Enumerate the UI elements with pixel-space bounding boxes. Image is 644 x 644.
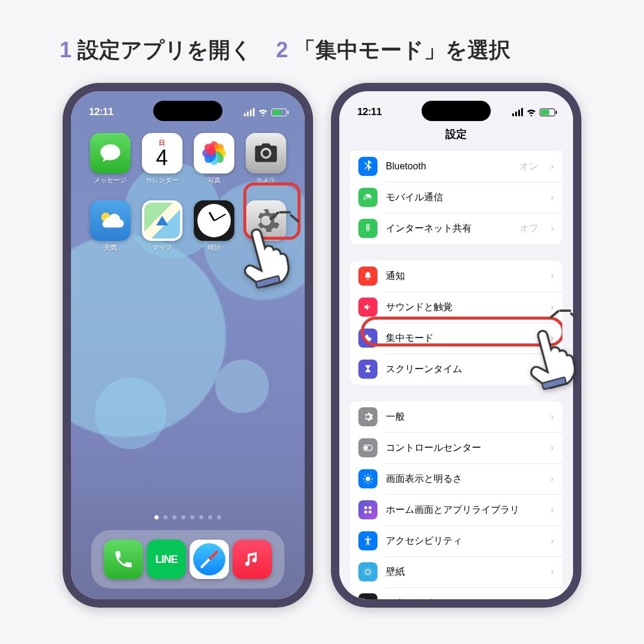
app-camera[interactable]: カメラ bbox=[242, 133, 289, 185]
wallpaper-icon bbox=[358, 562, 377, 581]
row-cellular[interactable]: モバイル通信 › bbox=[350, 182, 562, 213]
signal-icon bbox=[512, 108, 523, 116]
dock: LINE bbox=[91, 530, 284, 589]
camera-icon bbox=[246, 133, 286, 174]
svg-point-3 bbox=[366, 476, 370, 481]
app-phone[interactable] bbox=[104, 540, 143, 579]
bluetooth-icon bbox=[358, 157, 377, 176]
notifications-icon bbox=[358, 267, 377, 286]
chevron-icon: › bbox=[550, 473, 554, 485]
row-label: 一般 bbox=[386, 411, 538, 423]
chevron-icon: › bbox=[550, 597, 554, 599]
row-notifications[interactable]: 通知 › bbox=[350, 261, 562, 292]
page-indicator[interactable] bbox=[83, 509, 293, 525]
app-line[interactable]: LINE bbox=[147, 540, 186, 579]
chevron-icon: › bbox=[550, 160, 554, 172]
row-bluetooth[interactable]: Bluetooth オン › bbox=[350, 151, 562, 182]
app-music[interactable] bbox=[233, 540, 272, 579]
display-icon bbox=[358, 469, 377, 488]
accessibility-icon bbox=[358, 531, 377, 550]
app-label: 天気 bbox=[104, 243, 117, 252]
row-value: オフ bbox=[519, 222, 538, 235]
row-label: Bluetooth bbox=[386, 161, 511, 172]
battery-icon bbox=[271, 109, 287, 116]
svg-rect-6 bbox=[364, 510, 367, 513]
row-hotspot[interactable]: インターネット共有 オフ › bbox=[350, 213, 562, 244]
app-label: カレンダー bbox=[145, 176, 178, 185]
row-standby[interactable]: 12 スタンバイ › bbox=[350, 587, 562, 599]
step-number: 2 bbox=[276, 38, 288, 63]
app-photos[interactable]: 写真 bbox=[190, 133, 237, 185]
chevron-icon: › bbox=[550, 270, 554, 282]
step-1-heading: 1 設定アプリを開く bbox=[60, 36, 252, 65]
app-label: 時計 bbox=[208, 243, 221, 252]
row-value: オン bbox=[519, 160, 538, 173]
app-label: マップ bbox=[152, 243, 172, 252]
signal-icon bbox=[244, 108, 255, 116]
messages-icon bbox=[90, 133, 131, 174]
chevron-icon: › bbox=[550, 411, 554, 423]
chevron-icon: › bbox=[550, 504, 554, 516]
app-label: メッセージ bbox=[94, 176, 126, 185]
maps-icon bbox=[142, 200, 182, 241]
row-label: モバイル通信 bbox=[386, 191, 538, 204]
app-messages[interactable]: メッセージ bbox=[86, 133, 134, 185]
battery-icon bbox=[540, 109, 555, 116]
svg-rect-5 bbox=[369, 506, 371, 509]
chevron-icon: › bbox=[550, 301, 554, 313]
row-label: スタンバイ bbox=[386, 597, 538, 600]
row-accessibility[interactable]: アクセシビリティ › bbox=[350, 525, 562, 556]
dynamic-island bbox=[422, 101, 491, 121]
row-homescreen[interactable]: ホーム画面とアプリライブラリ › bbox=[350, 494, 562, 525]
wifi-icon bbox=[258, 109, 268, 116]
row-label: 壁紙 bbox=[386, 566, 538, 578]
row-label: ホーム画面とアプリライブラリ bbox=[386, 504, 538, 516]
app-safari[interactable] bbox=[190, 540, 229, 579]
app-maps[interactable]: マップ bbox=[138, 200, 185, 252]
chevron-icon: › bbox=[550, 566, 554, 578]
weather-icon bbox=[90, 200, 131, 241]
status-time: 12:11 bbox=[89, 106, 113, 118]
row-display[interactable]: 画面表示と明るさ › bbox=[350, 463, 562, 494]
cellular-icon bbox=[358, 188, 377, 207]
calendar-icon: 日 4 bbox=[142, 133, 182, 174]
screentime-icon bbox=[358, 360, 377, 379]
svg-rect-4 bbox=[364, 506, 367, 509]
dynamic-island bbox=[153, 101, 222, 121]
phone-home: 12:11 メッセージ 日 4 bbox=[63, 83, 313, 608]
row-control-center[interactable]: コントロールセンター › bbox=[350, 432, 562, 463]
svg-rect-7 bbox=[369, 510, 371, 513]
row-label: インターネット共有 bbox=[386, 222, 511, 235]
app-label: 写真 bbox=[208, 176, 221, 185]
row-label: アクセシビリティ bbox=[386, 535, 538, 547]
app-calendar[interactable]: 日 4 カレンダー bbox=[138, 133, 185, 185]
chevron-icon: › bbox=[550, 442, 554, 454]
sounds-icon bbox=[358, 298, 377, 317]
row-label: サウンドと触覚 bbox=[386, 301, 538, 314]
chevron-icon: › bbox=[550, 535, 554, 547]
row-label: スクリーンタイム bbox=[386, 363, 538, 376]
standby-icon: 12 bbox=[358, 593, 377, 599]
svg-point-2 bbox=[364, 446, 368, 450]
step-text: 「集中モード」を選択 bbox=[294, 36, 510, 65]
svg-point-8 bbox=[367, 537, 369, 538]
control-center-icon bbox=[358, 438, 377, 457]
row-label: コントロールセンター bbox=[386, 442, 538, 454]
status-time: 12:11 bbox=[357, 106, 382, 118]
row-label: 画面表示と明るさ bbox=[386, 473, 538, 485]
step-2-heading: 2 「集中モード」を選択 bbox=[276, 36, 510, 65]
settings-title: 設定 bbox=[339, 127, 573, 141]
chevron-icon: › bbox=[550, 222, 554, 234]
app-weather[interactable]: 天気 bbox=[86, 200, 134, 252]
step-headings: 1 設定アプリを開く 2 「集中モード」を選択 bbox=[0, 0, 644, 83]
step-number: 1 bbox=[60, 38, 72, 63]
svg-point-9 bbox=[366, 569, 370, 574]
step-text: 設定アプリを開く bbox=[78, 36, 252, 65]
hotspot-icon bbox=[358, 219, 377, 238]
row-general[interactable]: 一般 › bbox=[350, 401, 562, 432]
row-label: 通知 bbox=[386, 270, 538, 283]
svg-point-10 bbox=[364, 568, 372, 576]
row-wallpaper[interactable]: 壁紙 › bbox=[350, 556, 562, 587]
general-icon bbox=[358, 407, 377, 426]
photos-icon bbox=[194, 133, 234, 174]
